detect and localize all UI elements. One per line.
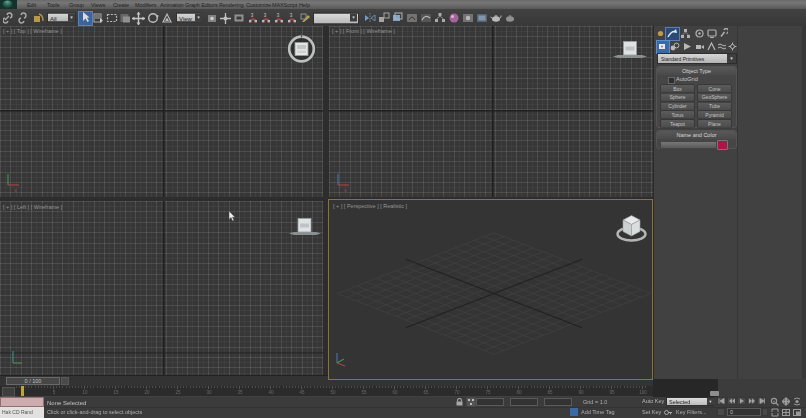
svg-text:x: x xyxy=(14,187,17,193)
svg-text:x: x xyxy=(344,187,347,193)
svg-text:+: + xyxy=(773,399,776,404)
